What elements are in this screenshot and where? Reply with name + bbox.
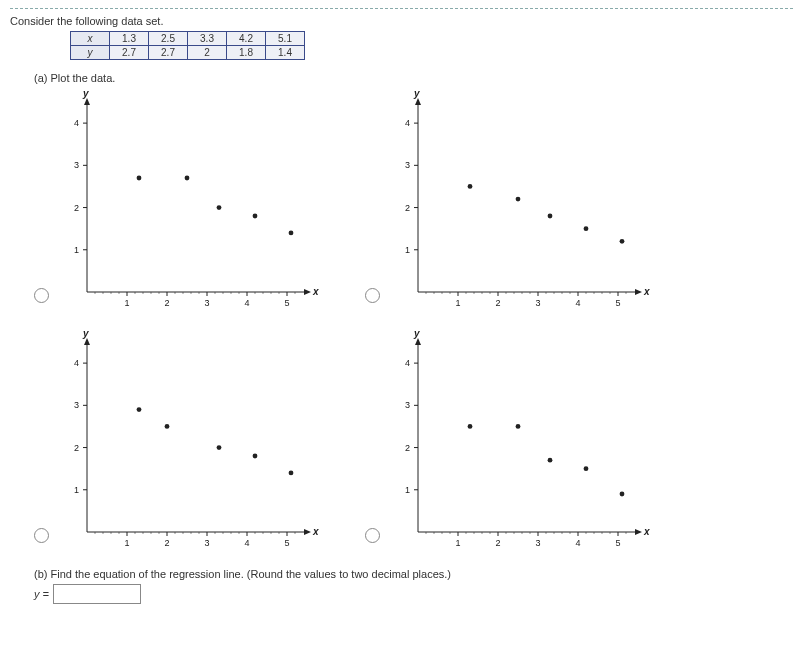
svg-text:3: 3	[405, 160, 410, 170]
svg-text:2: 2	[164, 538, 169, 548]
y-header: y	[71, 46, 110, 60]
plot-option-b[interactable]: 123451234yx	[365, 88, 656, 318]
svg-point-143	[289, 470, 294, 475]
x-axis-label: x	[313, 286, 319, 297]
svg-marker-3	[304, 289, 311, 295]
svg-text:5: 5	[284, 538, 289, 548]
svg-text:2: 2	[495, 538, 500, 548]
svg-text:2: 2	[74, 203, 79, 213]
svg-marker-51	[635, 289, 642, 295]
svg-text:3: 3	[74, 400, 79, 410]
y-cell: 1.8	[227, 46, 266, 60]
svg-marker-49	[415, 98, 421, 105]
y-axis-label: y	[414, 88, 420, 99]
svg-text:4: 4	[575, 538, 580, 548]
x-cell: 3.3	[188, 32, 227, 46]
svg-text:4: 4	[575, 298, 580, 308]
x-axis-label: x	[313, 526, 319, 537]
x-axis-label: x	[644, 286, 650, 297]
svg-point-187	[468, 424, 473, 429]
svg-text:4: 4	[74, 118, 79, 128]
svg-point-93	[548, 214, 553, 219]
y-cell: 1.4	[266, 46, 305, 60]
intro-text: Consider the following data set.	[10, 15, 793, 27]
svg-point-189	[548, 458, 553, 463]
svg-text:1: 1	[405, 485, 410, 495]
svg-text:3: 3	[204, 298, 209, 308]
y-cell: 2	[188, 46, 227, 60]
svg-text:2: 2	[405, 443, 410, 453]
svg-text:2: 2	[74, 443, 79, 453]
radio-icon[interactable]	[34, 288, 49, 303]
scatter-chart: 123451234yx	[386, 328, 656, 558]
svg-point-43	[137, 176, 142, 181]
svg-text:2: 2	[495, 298, 500, 308]
svg-point-190	[584, 466, 589, 471]
svg-point-191	[620, 492, 625, 497]
svg-point-45	[217, 205, 222, 210]
svg-text:1: 1	[124, 538, 129, 548]
svg-text:3: 3	[74, 160, 79, 170]
svg-text:1: 1	[74, 245, 79, 255]
y-axis-label: y	[83, 328, 89, 339]
x-cell: 4.2	[227, 32, 266, 46]
scatter-chart: 123451234yx	[386, 88, 656, 318]
svg-text:5: 5	[615, 538, 620, 548]
svg-point-91	[468, 184, 473, 189]
svg-text:1: 1	[455, 538, 460, 548]
y-equals-label: y =	[34, 588, 49, 600]
svg-point-92	[516, 197, 521, 202]
svg-point-188	[516, 424, 521, 429]
svg-text:4: 4	[244, 298, 249, 308]
scatter-chart: 123451234yx	[55, 328, 325, 558]
svg-text:1: 1	[124, 298, 129, 308]
svg-text:3: 3	[204, 538, 209, 548]
radio-icon[interactable]	[365, 528, 380, 543]
svg-text:1: 1	[74, 485, 79, 495]
svg-text:3: 3	[535, 538, 540, 548]
svg-text:5: 5	[284, 298, 289, 308]
svg-point-46	[253, 214, 258, 219]
svg-text:2: 2	[164, 298, 169, 308]
x-header: x	[71, 32, 110, 46]
svg-point-47	[289, 230, 294, 235]
y-axis-label: y	[414, 328, 420, 339]
svg-text:2: 2	[405, 203, 410, 213]
x-cell: 5.1	[266, 32, 305, 46]
svg-marker-99	[304, 529, 311, 535]
plot-option-d[interactable]: 123451234yx	[365, 328, 656, 558]
svg-text:3: 3	[405, 400, 410, 410]
x-cell: 2.5	[149, 32, 188, 46]
svg-text:1: 1	[405, 245, 410, 255]
svg-text:3: 3	[535, 298, 540, 308]
data-table: x 1.3 2.5 3.3 4.2 5.1 y 2.7 2.7 2 1.8 1.…	[70, 31, 305, 60]
svg-marker-97	[84, 338, 90, 345]
x-cell: 1.3	[110, 32, 149, 46]
svg-marker-145	[415, 338, 421, 345]
regression-answer-input[interactable]	[53, 584, 141, 604]
y-cell: 2.7	[110, 46, 149, 60]
part-a-label: (a) Plot the data.	[34, 72, 793, 84]
svg-point-142	[253, 454, 258, 459]
plot-option-c[interactable]: 123451234yx	[34, 328, 325, 558]
y-cell: 2.7	[149, 46, 188, 60]
radio-icon[interactable]	[34, 528, 49, 543]
svg-text:4: 4	[405, 118, 410, 128]
scatter-chart: 123451234yx	[55, 88, 325, 318]
svg-point-139	[137, 407, 142, 412]
svg-point-141	[217, 445, 222, 450]
svg-text:4: 4	[74, 358, 79, 368]
plot-option-a[interactable]: 123451234yx	[34, 88, 325, 318]
svg-point-95	[620, 239, 625, 244]
svg-text:5: 5	[615, 298, 620, 308]
radio-icon[interactable]	[365, 288, 380, 303]
svg-text:4: 4	[405, 358, 410, 368]
part-b-label: (b) Find the equation of the regression …	[34, 568, 793, 580]
x-axis-label: x	[644, 526, 650, 537]
svg-marker-1	[84, 98, 90, 105]
svg-text:4: 4	[244, 538, 249, 548]
svg-point-140	[165, 424, 170, 429]
svg-text:1: 1	[455, 298, 460, 308]
svg-point-94	[584, 226, 589, 231]
svg-point-44	[185, 176, 190, 181]
